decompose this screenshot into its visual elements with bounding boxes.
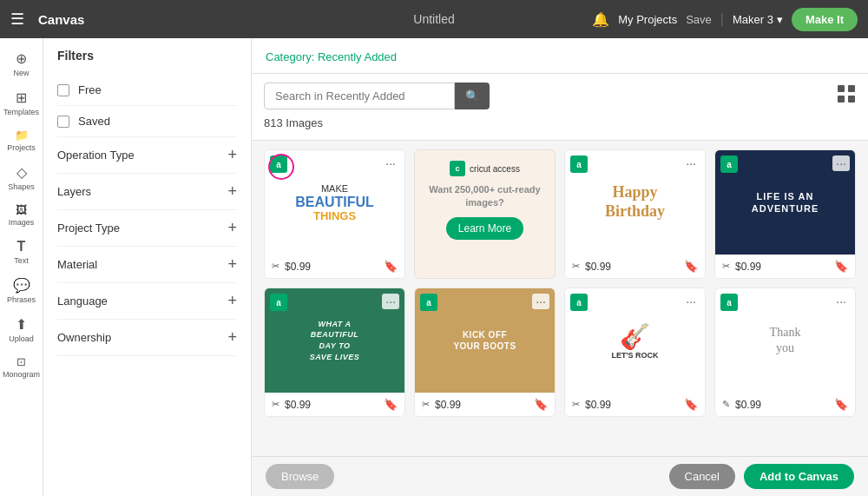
topbar: ☰ Canvas Untitled 🔔 My Projects Save | M… xyxy=(0,0,868,38)
card-price-3: $0.99 xyxy=(585,261,679,273)
cricut-learn-more-button[interactable]: Learn More xyxy=(446,217,523,240)
project-type-expand[interactable]: + xyxy=(227,219,237,237)
search-area: 🔍 813 Images xyxy=(252,74,868,141)
filter-layers[interactable]: Layers + xyxy=(57,174,237,210)
bookmark-icon-1[interactable]: 🔖 xyxy=(384,260,398,273)
image-card-5[interactable]: WHAT ABEAUTIFULDAY TOSAVE LIVES a ··· ✂ … xyxy=(264,288,405,417)
filter-ownership[interactable]: Ownership + xyxy=(57,320,237,356)
bookmark-icon-3[interactable]: 🔖 xyxy=(684,260,698,273)
filter-material[interactable]: Material + xyxy=(57,247,237,283)
filter-project-type[interactable]: Project Type + xyxy=(57,210,237,247)
filter-saved[interactable]: Saved xyxy=(57,106,237,137)
card-price-7: $0.99 xyxy=(585,399,679,411)
cricut-logo-text: cricut access xyxy=(470,164,520,174)
bookmark-icon-4[interactable]: 🔖 xyxy=(834,260,848,273)
filters-panel: Filters Free Saved Operation Type + Laye… xyxy=(43,38,252,496)
grid-toggle-button[interactable] xyxy=(837,84,856,108)
card-badge-1: a xyxy=(270,155,287,173)
saved-checkbox[interactable] xyxy=(57,116,69,128)
card-more-8[interactable]: ··· xyxy=(832,294,850,309)
sidebar-item-projects[interactable]: 📁 Projects xyxy=(0,123,43,157)
card-more-4[interactable]: ··· xyxy=(832,155,850,171)
search-icon: 🔍 xyxy=(465,89,479,103)
search-input[interactable] xyxy=(264,83,455,109)
free-checkbox[interactable] xyxy=(57,84,69,96)
image-card-7[interactable]: 🎸 LET'S ROCK a ··· ✂ $0.99 🔖 xyxy=(564,288,706,417)
main-layout: ⊕ New ⊞ Templates 📁 Projects ◇ Shapes 🖼 … xyxy=(0,38,868,496)
cut-icon-6: ✂ xyxy=(422,399,430,410)
sidebar-item-new[interactable]: ⊕ New xyxy=(0,45,43,83)
svg-rect-1 xyxy=(848,85,855,92)
bookmark-icon-6[interactable]: 🔖 xyxy=(534,398,548,411)
filters-title: Filters xyxy=(57,49,237,63)
cut-icon-3: ✂ xyxy=(572,261,580,272)
menu-icon[interactable]: ☰ xyxy=(10,10,24,29)
sidebar-item-images[interactable]: 🖼 Images xyxy=(0,198,43,232)
image-card-8[interactable]: Thankyou a ··· ✎ $0.99 🔖 xyxy=(714,288,856,417)
make-it-button[interactable]: Make It xyxy=(792,8,858,31)
image-card-4[interactable]: LIFE IS ANADVENTURE a ··· ✂ $0.99 🔖 xyxy=(714,149,856,279)
maker-selector[interactable]: Maker 3 ▾ xyxy=(733,13,783,26)
sidebar-icons: ⊕ New ⊞ Templates 📁 Projects ◇ Shapes 🖼 … xyxy=(0,38,43,496)
cancel-button[interactable]: Cancel xyxy=(669,464,735,489)
sidebar-item-phrases[interactable]: 💬 Phrases xyxy=(0,272,43,309)
save-link[interactable]: Save xyxy=(686,13,712,26)
svg-rect-0 xyxy=(838,85,845,92)
content-header: Category: Recently Added xyxy=(252,38,868,74)
breadcrumb: Category: Recently Added xyxy=(266,49,397,64)
browse-button[interactable]: Browse xyxy=(266,464,334,489)
image-card-3[interactable]: HappyBirthday a ··· ✂ $0.99 🔖 xyxy=(564,149,706,279)
svg-rect-3 xyxy=(848,96,855,103)
search-button[interactable]: 🔍 xyxy=(455,83,490,109)
operation-type-expand[interactable]: + xyxy=(227,146,237,164)
sidebar-item-templates[interactable]: ⊞ Templates xyxy=(0,84,43,122)
card-more-7[interactable]: ··· xyxy=(682,294,700,309)
cut-icon-4: ✂ xyxy=(722,261,730,272)
cut-icon-7: ✂ xyxy=(572,399,580,410)
material-expand[interactable]: + xyxy=(227,255,237,274)
cut-icon-1: ✂ xyxy=(272,261,279,272)
sidebar-item-upload[interactable]: ⬆ Upload xyxy=(0,311,43,348)
filter-free[interactable]: Free xyxy=(57,75,237,106)
sidebar-item-monogram[interactable]: ⊡ Monogram xyxy=(0,350,43,384)
cricut-logo-icon: c xyxy=(450,161,465,176)
filter-operation-type[interactable]: Operation Type + xyxy=(57,137,237,174)
add-to-canvas-button[interactable]: Add to Canvas xyxy=(744,464,854,489)
layers-expand[interactable]: + xyxy=(227,182,237,201)
card-more-1[interactable]: ··· xyxy=(382,155,399,171)
card-badge-6: a xyxy=(420,294,437,311)
card-price-6: $0.99 xyxy=(435,399,529,411)
cricut-tagline: Want 250,000+ cut-ready images? xyxy=(424,183,546,210)
card-badge-7: a xyxy=(570,294,588,311)
bell-icon[interactable]: 🔔 xyxy=(592,11,609,28)
image-grid: MAKE BEAUTIFUL THINGS a ··· ✂ xyxy=(264,149,856,417)
topbar-right: 🔔 My Projects Save | Maker 3 ▾ Make It xyxy=(592,8,858,31)
card-badge-3: a xyxy=(570,155,588,173)
image-count: 813 Images xyxy=(264,116,856,129)
language-expand[interactable]: + xyxy=(227,292,237,310)
bookmark-icon-5[interactable]: 🔖 xyxy=(384,398,398,411)
bookmark-icon-7[interactable]: 🔖 xyxy=(684,398,698,411)
image-card-1[interactable]: MAKE BEAUTIFUL THINGS a ··· ✂ xyxy=(264,149,405,279)
card-more-6[interactable]: ··· xyxy=(532,294,549,309)
filter-language[interactable]: Language + xyxy=(57,283,237,320)
app-name: Canvas xyxy=(38,12,84,27)
content-scroll: MAKE BEAUTIFUL THINGS a ··· ✂ xyxy=(252,141,868,456)
sidebar-item-shapes[interactable]: ◇ Shapes xyxy=(0,159,43,196)
cricut-logo-row: c cricut access xyxy=(450,161,520,176)
cut-icon-5: ✂ xyxy=(272,399,279,410)
card-badge-4: a xyxy=(720,155,738,173)
sidebar-item-text[interactable]: T Text xyxy=(0,234,43,270)
document-title: Untitled xyxy=(413,12,454,26)
main-content: Category: Recently Added 🔍 xyxy=(252,38,868,496)
card-more-3[interactable]: ··· xyxy=(682,155,700,171)
card-price-1: $0.99 xyxy=(285,261,378,273)
svg-rect-2 xyxy=(838,96,845,103)
card-more-5[interactable]: ··· xyxy=(382,294,399,309)
card-price-8: $0.99 xyxy=(735,399,829,411)
bookmark-icon-8[interactable]: 🔖 xyxy=(834,398,848,411)
card-price-4: $0.99 xyxy=(735,261,829,273)
image-card-6[interactable]: KICK OFFYOUR BOOTS a ··· ✂ $0.99 🔖 xyxy=(414,288,556,417)
my-projects-link[interactable]: My Projects xyxy=(618,13,677,26)
ownership-expand[interactable]: + xyxy=(227,328,237,347)
